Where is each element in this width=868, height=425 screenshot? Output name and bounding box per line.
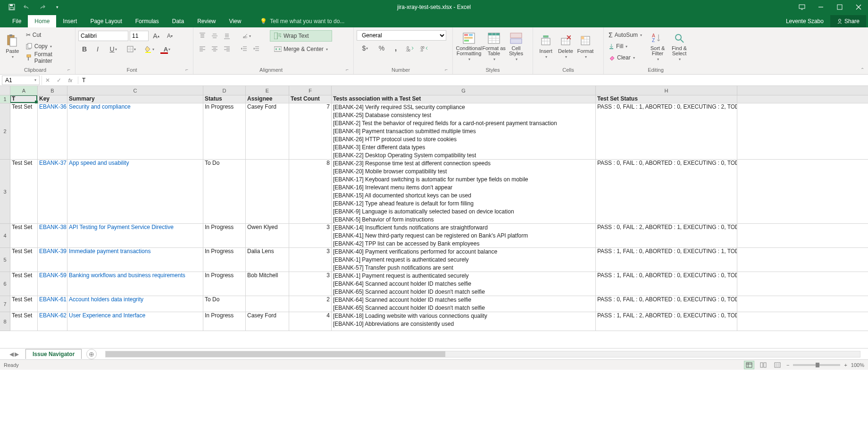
number-format-select[interactable]: General [357, 30, 446, 41]
header-cell[interactable]: Test Set Status [596, 95, 737, 103]
cell[interactable]: Security and compliance [67, 103, 203, 160]
font-size-input[interactable] [130, 31, 149, 41]
header-cell[interactable]: Status [203, 95, 246, 103]
row-header[interactable]: 6 [0, 272, 10, 296]
qat-dropdown-icon[interactable]: ▾ [50, 1, 64, 13]
row-header[interactable]: 7 [0, 296, 10, 312]
copy-button[interactable]: Copy▾ [24, 41, 72, 52]
align-left-icon[interactable] [196, 43, 209, 55]
conditional-formatting-button[interactable]: Conditional Formatting▾ [456, 29, 482, 63]
close-icon[interactable] [849, 0, 868, 14]
cell[interactable]: 2 [289, 296, 332, 312]
cell[interactable]: EBANK-62 [38, 312, 67, 331]
underline-button[interactable]: U▾ [105, 43, 122, 55]
cell[interactable]: In Progress [203, 312, 246, 331]
cell[interactable]: PASS : 0, FAIL : 2, ABORTED : 1, EXECUTI… [596, 224, 737, 248]
cell[interactable]: PASS : 0, FAIL : 0, ABORTED : 0, EXECUTI… [596, 160, 737, 224]
cell[interactable]: PASS : 1, FAIL : 0, ABORTED : 0, EXECUTI… [596, 248, 737, 272]
cell[interactable]: User Experience and Interface [67, 312, 203, 331]
comma-icon[interactable]: , [390, 42, 402, 54]
zoom-level[interactable]: 100% [851, 362, 864, 368]
cell[interactable]: PASS : 0, FAIL : 1, ABORTED : 0, EXECUTI… [596, 103, 737, 160]
cell[interactable]: EBANK-38 [38, 224, 67, 248]
cell[interactable]: [EBANK-18] Loading website with various … [332, 312, 596, 331]
zoom-out-icon[interactable]: − [786, 362, 789, 368]
column-header[interactable]: H [596, 86, 737, 95]
cell[interactable]: To Do [203, 296, 246, 312]
align-center-icon[interactable] [209, 43, 221, 55]
cut-button[interactable]: ✂Cut [24, 29, 72, 41]
fill-color-button[interactable]: ▾ [141, 43, 158, 55]
row-header[interactable]: 4 [0, 224, 10, 248]
cell[interactable]: EBANK-61 [38, 296, 67, 312]
ribbon-options-icon[interactable] [793, 0, 811, 14]
align-right-icon[interactable] [221, 43, 233, 55]
paste-button[interactable]: Paste ▾ [3, 29, 22, 63]
row-header[interactable]: 8 [0, 312, 10, 331]
format-as-table-button[interactable]: Format as Table▾ [482, 29, 506, 63]
percent-icon[interactable]: % [376, 42, 388, 54]
increase-indent-icon[interactable] [250, 43, 262, 55]
zoom-thumb[interactable] [816, 363, 819, 367]
cell[interactable]: Test Set [10, 248, 38, 272]
cancel-formula-icon[interactable]: ✕ [42, 75, 53, 85]
name-box[interactable]: A1▾ [2, 76, 40, 85]
font-color-button[interactable]: A▾ [159, 43, 175, 55]
tell-me-search[interactable]: 💡 Tell me what you want to do... [256, 15, 348, 27]
format-cells-button[interactable]: Format▾ [576, 29, 595, 63]
cell[interactable]: Test Set [10, 224, 38, 248]
cell[interactable]: Account holders data integrity [67, 296, 203, 312]
decrease-font-icon[interactable]: A▾ [164, 30, 176, 42]
row-header[interactable]: 1 [0, 95, 10, 103]
cell[interactable]: 4 [289, 312, 332, 331]
tab-view[interactable]: View [223, 15, 248, 27]
sheet-nav-prev-icon[interactable]: ◀ [9, 351, 14, 357]
tab-formulas[interactable]: Formulas [129, 15, 166, 27]
enter-formula-icon[interactable]: ✓ [53, 75, 65, 85]
cell[interactable]: [EBANK-23] Response time test at differe… [332, 160, 596, 224]
tab-review[interactable]: Review [191, 15, 222, 27]
header-cell[interactable]: Summary [67, 95, 203, 103]
orientation-icon[interactable]: ab▾ [238, 30, 255, 42]
cell[interactable]: [EBANK-1] Payment request is authenticat… [332, 272, 596, 296]
cell[interactable]: PASS : 1, FAIL : 2, ABORTED : 0, EXECUTI… [596, 312, 737, 331]
dialog-launcher-icon[interactable]: ⌐ [346, 67, 349, 72]
cell[interactable]: Test Set [10, 103, 38, 160]
cell[interactable]: Banking workflows and business requireme… [67, 272, 203, 296]
cell[interactable]: PASS : 1, FAIL : 0, ABORTED : 0, EXECUTI… [596, 272, 737, 296]
fill-button[interactable]: Fill▾ [607, 41, 644, 52]
maximize-icon[interactable] [830, 0, 849, 14]
tab-data[interactable]: Data [166, 15, 191, 27]
column-header[interactable]: F [289, 86, 332, 95]
cell-styles-button[interactable]: Cell Styles▾ [506, 29, 526, 63]
sheet-nav-next-icon[interactable]: ▶ [15, 351, 19, 357]
insert-cells-button[interactable]: Insert▾ [536, 29, 556, 63]
decrease-indent-icon[interactable] [238, 43, 250, 55]
wrap-text-button[interactable]: Wrap Text [270, 30, 332, 42]
column-header[interactable]: C [67, 86, 203, 95]
cell[interactable]: In Progress [203, 272, 246, 296]
cell[interactable] [246, 296, 289, 312]
cell[interactable]: Bob Mitchell [246, 272, 289, 296]
cell[interactable]: [EBANK-24] Verify required SSL security … [332, 103, 596, 160]
cell[interactable]: Immediate payment transactions [67, 248, 203, 272]
formula-input[interactable] [78, 76, 868, 84]
header-cell[interactable]: T [10, 95, 38, 103]
cell[interactable]: Test Set [10, 296, 38, 312]
cell[interactable]: EBANK-37 [38, 160, 67, 224]
sheet-tab-issue-navigator[interactable]: Issue Navigator [25, 349, 82, 359]
cell[interactable]: 3 [289, 272, 332, 296]
merge-center-button[interactable]: Merge & Center▾ [270, 43, 332, 55]
cell[interactable]: 7 [289, 103, 332, 160]
column-header[interactable]: D [203, 86, 246, 95]
sort-filter-button[interactable]: AZ Sort & Filter▾ [647, 29, 668, 63]
row-header[interactable]: 2 [0, 103, 10, 160]
cell[interactable]: API Testing for Payment Service Directiv… [67, 224, 203, 248]
tab-home[interactable]: Home [28, 15, 56, 27]
collapse-ribbon-icon[interactable]: ⌃ [860, 67, 864, 72]
cell[interactable]: [EBANK-64] Scanned account holder ID mat… [332, 296, 596, 312]
cell[interactable]: PASS : 0, FAIL : 0, ABORTED : 0, EXECUTI… [596, 296, 737, 312]
cell[interactable]: Dalia Lens [246, 248, 289, 272]
cell[interactable]: 3 [289, 248, 332, 272]
tab-insert[interactable]: Insert [56, 15, 83, 27]
